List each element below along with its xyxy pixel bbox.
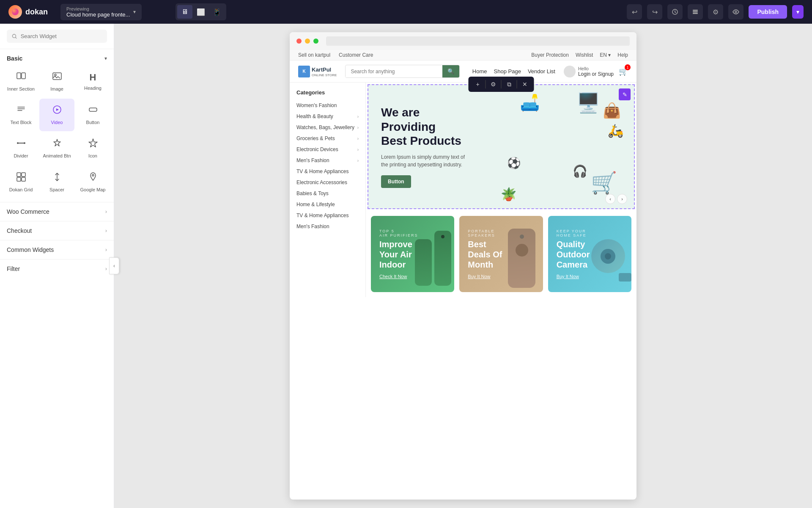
publish-caret-btn[interactable]: ▾ [792, 5, 804, 19]
hero-cta-btn[interactable]: Button [381, 175, 411, 188]
promo-image-air-purifier [412, 224, 454, 292]
product-plant-icon: 🪴 [501, 187, 516, 202]
widget-video[interactable]: Video [39, 99, 74, 131]
nav-shop[interactable]: Shop Page [494, 68, 521, 75]
checkout-section[interactable]: Checkout › [0, 221, 114, 240]
cat-arrow-icon: › [357, 158, 359, 163]
hero-add-btn[interactable]: + [472, 78, 484, 90]
sidebar-search-area [0, 24, 114, 49]
inner-section-icon [16, 71, 26, 84]
woo-commerce-section[interactable]: Woo Commerce › [0, 202, 114, 221]
canvas-area: Sell on kartpul Customer Care Buyer Prot… [114, 24, 812, 508]
history-btn[interactable] [667, 4, 683, 19]
preview-eye-btn[interactable] [728, 4, 743, 19]
cat-tv-home-2[interactable]: TV & Home Appliances [290, 210, 365, 221]
widget-search-input[interactable] [21, 33, 102, 39]
widget-icon[interactable]: Icon [75, 132, 110, 165]
widget-inner-section-label: Inner Section [7, 86, 35, 92]
desktop-view-btn[interactable]: 🖥 [177, 5, 192, 19]
store-logo-sub: ONLINE STORE [312, 73, 337, 77]
hero-description: Lorem Ipsum is simply dummy text of the … [381, 153, 466, 168]
svg-rect-9 [53, 73, 61, 80]
care-link[interactable]: Customer Care [339, 52, 373, 58]
carousel-prev-btn[interactable]: ‹ [605, 194, 615, 204]
store-nav-links: Home Shop Page Vendor List [472, 68, 555, 75]
titlebar-green-dot [313, 39, 318, 44]
hero-carousel-nav: ‹ › [605, 194, 627, 204]
store-user[interactable]: Hello Login or Signup [564, 66, 614, 77]
settings-btn[interactable]: ⚙ [708, 4, 723, 19]
store-search-input[interactable] [346, 66, 442, 77]
layers-btn[interactable] [688, 4, 703, 19]
user-login[interactable]: Login or Signup [578, 71, 614, 77]
cat-groceries[interactable]: Groceries & Pets › [290, 133, 365, 144]
widget-inner-section[interactable]: Inner Section [3, 65, 38, 98]
undo-btn[interactable]: ↩ [627, 4, 642, 19]
cat-electronic-accessories[interactable]: Electronic Accessories [290, 177, 365, 188]
top-bar: dokan Previewing Cloud home page fronte.… [0, 0, 812, 24]
toolbar-separator [486, 80, 486, 88]
checkout-caret-icon: › [105, 227, 107, 234]
cat-tv-home[interactable]: TV & Home Appliances [290, 166, 365, 177]
preview-name: Cloud home page fronte... [66, 11, 130, 18]
basic-section-header[interactable]: Basic ▾ [0, 49, 114, 65]
svg-rect-16 [17, 173, 21, 177]
sell-link[interactable]: Sell on kartpul [298, 52, 330, 58]
preview-selector[interactable]: Previewing Cloud home page fronte... ▾ [60, 4, 142, 20]
store-search-btn[interactable]: 🔍 [442, 65, 459, 77]
categories-title: Categories [290, 89, 365, 100]
widget-animated-btn[interactable]: Animated Btn [39, 132, 74, 165]
tablet-view-btn[interactable]: ⬜ [193, 5, 208, 19]
cat-electronic-devices[interactable]: Electronic Devices › [290, 144, 365, 155]
widget-text-block[interactable]: Text Block [3, 99, 38, 131]
store-nav-right: Hello Login or Signup 🛒 1 [564, 66, 628, 77]
widget-spacer[interactable]: Spacer [39, 166, 74, 199]
filter-section[interactable]: Filter › [0, 259, 114, 278]
store-logo-name: KartPul [312, 66, 331, 73]
help-link[interactable]: Help [617, 52, 628, 58]
cat-health-beauty[interactable]: Health & Beauty › [290, 111, 365, 122]
store-topbar: Sell on kartpul Customer Care Buyer Prot… [290, 50, 636, 61]
widget-divider[interactable]: Divider [3, 132, 38, 165]
product-couch-icon: 🛋️ [520, 94, 540, 112]
svg-point-10 [55, 74, 56, 76]
svg-rect-8 [22, 73, 25, 79]
mobile-view-btn[interactable]: 📱 [209, 5, 225, 19]
promo-image-camera [589, 224, 631, 292]
hero-close-btn[interactable]: ✕ [519, 78, 531, 90]
woo-commerce-label: Woo Commerce [7, 208, 49, 215]
cat-mens-fashion-2[interactable]: Men's Fashion [290, 221, 365, 232]
product-monitor-icon: 🖥️ [576, 91, 600, 114]
publish-btn[interactable]: Publish [749, 5, 787, 19]
wishlist-link[interactable]: Wishlist [576, 52, 593, 58]
widget-heading[interactable]: H Heading [75, 65, 110, 98]
hero-duplicate-btn[interactable]: ⧉ [503, 78, 515, 90]
redo-btn[interactable]: ↪ [647, 4, 662, 19]
cat-babies[interactable]: Babies & Toys [290, 188, 365, 199]
cat-mens-fashion[interactable]: Men's Fashion › [290, 155, 365, 166]
toolbar-separator-2 [501, 80, 502, 88]
cart-container[interactable]: 🛒 1 [619, 67, 628, 76]
widget-button[interactable]: Button [75, 99, 110, 131]
button-icon [88, 105, 98, 117]
product-ball-icon: ⚽ [507, 157, 521, 170]
buyer-link[interactable]: Buyer Protection [531, 52, 569, 58]
promo-card-speakers: PORTABLE SPEAKERS Best Deals Of Month Bu… [459, 216, 543, 292]
store-categories: Categories Women's Fashion Health & Beau… [290, 83, 366, 297]
cat-watches[interactable]: Watches, Bags, Jewellery › [290, 122, 365, 133]
widget-image[interactable]: Image [39, 65, 74, 98]
widget-divider-label: Divider [14, 153, 28, 159]
cat-home-lifestyle[interactable]: Home & Lifestyle [290, 199, 365, 210]
hero-settings-btn[interactable]: ⚙ [488, 78, 499, 90]
common-widgets-section[interactable]: Common Widgets › [0, 240, 114, 259]
widget-google-map[interactable]: Google Map [75, 166, 110, 199]
cat-womens-fashion[interactable]: Women's Fashion [290, 100, 365, 111]
language-selector[interactable]: EN ▾ [600, 52, 611, 58]
nav-home[interactable]: Home [472, 68, 487, 75]
widget-dokan-grid[interactable]: Dokan Grid [3, 166, 38, 199]
store-search[interactable]: 🔍 [345, 65, 459, 78]
nav-vendor[interactable]: Vendor List [528, 68, 555, 75]
sidebar: Basic ▾ Inner Section [0, 24, 114, 508]
carousel-next-btn[interactable]: › [617, 194, 627, 204]
sidebar-collapse-btn[interactable]: ‹ [109, 257, 119, 274]
